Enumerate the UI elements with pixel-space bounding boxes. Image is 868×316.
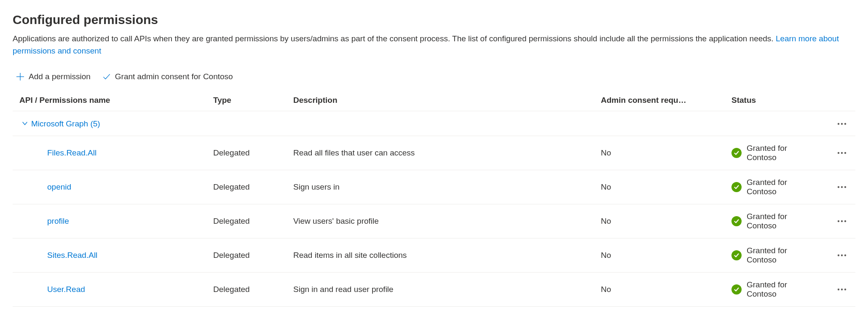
permission-status: Granted for Contoso xyxy=(747,246,812,265)
permission-description: Sign in and read user profile xyxy=(289,273,597,307)
svg-point-4 xyxy=(844,123,846,125)
granted-check-icon xyxy=(731,148,742,158)
grant-admin-consent-button[interactable]: Grant admin consent for Contoso xyxy=(102,72,233,81)
permission-description: View users' basic profile xyxy=(289,204,597,238)
svg-point-17 xyxy=(838,289,839,290)
add-permission-button[interactable]: Add a permission xyxy=(16,72,91,81)
column-header-api[interactable]: API / Permissions name xyxy=(13,90,209,111)
svg-point-5 xyxy=(838,152,839,154)
permission-admin-consent: No xyxy=(597,273,727,307)
permission-description: Read all files that user can access xyxy=(289,136,597,170)
svg-point-10 xyxy=(844,186,846,188)
row-more-button[interactable] xyxy=(834,215,849,227)
page-description-text: Applications are authorized to call APIs… xyxy=(13,34,776,43)
table-row: profileDelegatedView users' basic profil… xyxy=(13,204,855,238)
column-header-description[interactable]: Description xyxy=(289,90,597,111)
table-row: Files.Read.AllDelegatedRead all files th… xyxy=(13,136,855,170)
permission-type: Delegated xyxy=(209,273,289,307)
permission-status: Granted for Contoso xyxy=(747,178,812,196)
permission-name-link[interactable]: Sites.Read.All xyxy=(47,251,97,260)
permission-admin-consent: No xyxy=(597,238,727,273)
svg-point-2 xyxy=(838,123,839,125)
granted-check-icon xyxy=(731,284,742,295)
svg-point-3 xyxy=(841,123,843,125)
chevron-down-icon xyxy=(22,121,29,127)
permission-description: Sign users in xyxy=(289,170,597,204)
svg-point-9 xyxy=(841,186,843,188)
svg-point-7 xyxy=(844,152,846,154)
page-description: Applications are authorized to call APIs… xyxy=(13,33,855,57)
grant-admin-consent-label: Grant admin consent for Contoso xyxy=(115,72,233,81)
permission-admin-consent: No xyxy=(597,136,727,170)
api-group-row: Microsoft Graph (5) xyxy=(13,111,855,136)
permissions-table: API / Permissions name Type Description … xyxy=(13,90,855,307)
svg-point-16 xyxy=(844,254,846,256)
api-group-toggle[interactable]: Microsoft Graph (5) xyxy=(17,119,100,129)
svg-point-13 xyxy=(844,220,846,222)
column-header-type[interactable]: Type xyxy=(209,90,289,111)
svg-point-8 xyxy=(838,186,839,188)
svg-point-6 xyxy=(841,152,843,154)
table-row: openidDelegatedSign users inNoGranted fo… xyxy=(13,170,855,204)
column-header-status[interactable]: Status xyxy=(727,90,855,111)
permission-name-link[interactable]: Files.Read.All xyxy=(47,148,96,157)
column-header-admin[interactable]: Admin consent requ… xyxy=(597,90,727,111)
row-more-button[interactable] xyxy=(834,147,849,159)
group-more-button[interactable] xyxy=(834,118,849,130)
plus-icon xyxy=(16,72,24,81)
check-icon xyxy=(102,72,111,81)
api-group-label: Microsoft Graph (5) xyxy=(31,119,100,129)
granted-check-icon xyxy=(731,182,742,192)
permission-admin-consent: No xyxy=(597,170,727,204)
granted-check-icon xyxy=(731,250,742,260)
permission-status: Granted for Contoso xyxy=(747,212,812,230)
svg-point-19 xyxy=(844,289,846,290)
permission-type: Delegated xyxy=(209,136,289,170)
svg-point-15 xyxy=(841,254,843,256)
permission-description: Read items in all site collections xyxy=(289,238,597,273)
permission-status: Granted for Contoso xyxy=(747,280,812,299)
toolbar: Add a permission Grant admin consent for… xyxy=(13,72,855,90)
page-title: Configured permissions xyxy=(13,13,855,27)
svg-point-11 xyxy=(838,220,839,222)
row-more-button[interactable] xyxy=(834,284,849,295)
permission-name-link[interactable]: openid xyxy=(47,182,71,191)
permission-name-link[interactable]: User.Read xyxy=(47,285,85,294)
row-more-button[interactable] xyxy=(834,181,849,193)
granted-check-icon xyxy=(731,216,742,226)
permission-type: Delegated xyxy=(209,204,289,238)
permission-name-link[interactable]: profile xyxy=(47,217,69,225)
table-row: Sites.Read.AllDelegatedRead items in all… xyxy=(13,238,855,273)
svg-point-12 xyxy=(841,220,843,222)
svg-point-18 xyxy=(841,289,843,290)
table-row: User.ReadDelegatedSign in and read user … xyxy=(13,273,855,307)
permission-type: Delegated xyxy=(209,170,289,204)
permission-type: Delegated xyxy=(209,238,289,273)
svg-point-14 xyxy=(838,254,839,256)
add-permission-label: Add a permission xyxy=(29,72,91,81)
permission-admin-consent: No xyxy=(597,204,727,238)
permission-status: Granted for Contoso xyxy=(747,144,812,162)
row-more-button[interactable] xyxy=(834,249,849,261)
